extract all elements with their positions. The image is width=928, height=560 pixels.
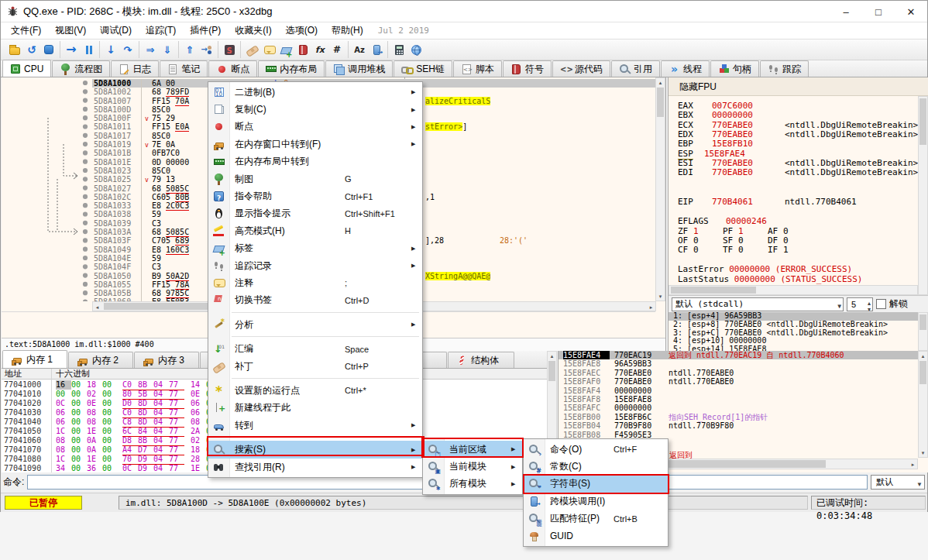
menubar-item[interactable]: 视图(V) bbox=[48, 22, 93, 39]
menu-item-当前区域[interactable]: □当前区域▶ bbox=[423, 441, 522, 458]
register-line[interactable]: ESI770EABE0<ntdll.DbgUiRemoteBreakin> bbox=[678, 158, 753, 168]
phone-button[interactable] bbox=[368, 41, 385, 58]
menu-item-查找引用(R)[interactable]: 查找引用(R)▶ bbox=[208, 459, 422, 476]
tags-button[interactable] bbox=[277, 41, 294, 58]
menu-item-制图[interactable]: 制图G bbox=[208, 170, 422, 187]
dump-tab-结构体[interactable]: 结构体 bbox=[448, 352, 514, 368]
folder-button[interactable] bbox=[6, 41, 23, 58]
close-button[interactable]: ✕ bbox=[895, 1, 927, 22]
register-line[interactable]: ECX770EABE0<ntdll.DbgUiRemoteBreakin> bbox=[678, 120, 753, 130]
registers-pane[interactable]: 隐藏FPU EAX007C6000EBX00000000ECX770EABE0<… bbox=[668, 77, 928, 351]
pause-button[interactable] bbox=[80, 41, 97, 58]
stack-row[interactable]: 15E8FB0015E8FB6C指向SEH_Record[1]的指针 bbox=[559, 413, 928, 421]
step-down-button[interactable] bbox=[159, 41, 176, 58]
menu-item-复制(C)[interactable]: 复制(C)▶ bbox=[208, 101, 422, 118]
calling-convention-select[interactable]: 默认 (stdcall)▼ bbox=[672, 297, 844, 311]
register-line[interactable]: EAX007C6000 bbox=[678, 101, 753, 111]
tab-线程[interactable]: 线程 bbox=[661, 60, 710, 77]
registers-hscrollbar[interactable] bbox=[669, 285, 918, 295]
tab-引用[interactable]: 引用 bbox=[611, 60, 660, 77]
menubar-item[interactable]: 选项(O) bbox=[279, 22, 325, 39]
menu-item-搜索(S)[interactable]: 搜索(S)▶ bbox=[208, 441, 422, 458]
register-line[interactable]: ZF 1PF 1AF 0 bbox=[678, 226, 813, 236]
fx-button[interactable] bbox=[311, 41, 328, 58]
menu-item-跨模块调用(I)[interactable]: 跨模块调用(I) bbox=[524, 493, 668, 510]
menu-item-切换书签[interactable]: 切换书签Ctrl+D bbox=[208, 292, 422, 309]
tab-调用堆栈[interactable]: 调用堆栈 bbox=[325, 60, 393, 77]
register-line[interactable]: LastError 00000000 (ERROR_SUCCESS) bbox=[678, 264, 852, 274]
menu-item-匹配特征(P)[interactable]: ▒匹配特征(P)Ctrl+B bbox=[524, 510, 668, 527]
register-line[interactable]: CF 0TF 0IF 1 bbox=[678, 245, 813, 255]
book-red-button[interactable] bbox=[294, 41, 311, 58]
menu-item-分析[interactable]: 分析▶ bbox=[208, 316, 422, 333]
menubar-item[interactable]: 帮助(H) bbox=[325, 22, 370, 39]
register-line[interactable]: EFLAGS00000246 bbox=[678, 216, 767, 226]
attach-button[interactable] bbox=[198, 41, 215, 58]
step-up-button[interactable] bbox=[181, 41, 198, 58]
tab-句柄[interactable]: 句柄 bbox=[710, 60, 759, 77]
tab-CPU[interactable]: CPU bbox=[2, 60, 51, 77]
menu-item-补丁[interactable]: 补丁Ctrl+P bbox=[208, 358, 422, 375]
register-line[interactable]: EIP770B4061ntdll.770B4061 bbox=[678, 197, 753, 207]
unlock-checkbox[interactable] bbox=[876, 299, 886, 309]
tab-流程图[interactable]: 流程图 bbox=[52, 60, 110, 77]
minimize-button[interactable]: – bbox=[830, 1, 862, 22]
register-line[interactable]: EDX770EABE0<ntdll.DbgUiRemoteBreakin> bbox=[678, 129, 753, 139]
menu-item-常数(C)[interactable]: #常数(C) bbox=[524, 458, 668, 475]
menubar-item[interactable]: 插件(P) bbox=[183, 22, 228, 39]
menu-item-汇编[interactable]: 汇编Space bbox=[208, 340, 422, 357]
calc-button[interactable] bbox=[390, 41, 407, 58]
tab-跟踪[interactable]: 跟踪 bbox=[760, 60, 809, 77]
menu-item-追踪记录[interactable]: 追踪记录▶ bbox=[208, 257, 422, 274]
dump-tab-内存 2[interactable]: 内存 2 bbox=[68, 352, 133, 368]
arguments-vscrollbar[interactable] bbox=[918, 312, 928, 351]
dump-tab-内存 1[interactable]: 内存 1 bbox=[2, 350, 67, 368]
menu-item-字符串(S)[interactable]: ❞字符串(S) bbox=[524, 476, 668, 493]
menu-item-GUID[interactable]: GUID bbox=[524, 527, 668, 545]
register-line[interactable]: EBP15E8FB10 bbox=[678, 139, 753, 149]
patch-button[interactable] bbox=[243, 41, 260, 58]
stack-row[interactable]: 15E8FB04770B9F80ntdll.770B9F80 bbox=[559, 421, 928, 430]
script-s-button[interactable] bbox=[221, 41, 238, 58]
hash-button[interactable] bbox=[328, 41, 345, 58]
step-over-button[interactable] bbox=[119, 41, 136, 58]
menu-item-高亮模式(H)[interactable]: 高亮模式(H)H bbox=[208, 222, 422, 239]
command-profile-select[interactable]: 默认▼ bbox=[871, 475, 925, 490]
register-line[interactable]: OF 0SF 0DF 0 bbox=[678, 235, 813, 246]
menu-item-显示指令提示[interactable]: 显示指令提示Ctrl+Shift+F1 bbox=[208, 205, 422, 222]
stack-row[interactable]: 15E8FAFC00000000 bbox=[559, 404, 928, 412]
register-line[interactable]: EDI770EABE0<ntdll.DbgUiRemoteBreakin> bbox=[678, 167, 753, 177]
restart-button[interactable] bbox=[23, 41, 40, 58]
menu-item-当前模块[interactable]: ▣当前模块▶ bbox=[423, 458, 522, 475]
stack-vscrollbar[interactable]: ▴▾ bbox=[918, 351, 928, 458]
menubar-item[interactable]: 收藏夹(I) bbox=[228, 22, 278, 39]
stop-button[interactable] bbox=[40, 41, 57, 58]
menubar-item[interactable]: 追踪(T) bbox=[139, 22, 183, 39]
az-button[interactable] bbox=[351, 41, 368, 58]
maximize-button[interactable]: □ bbox=[862, 1, 895, 22]
tab-内存布局[interactable]: 内存布局 bbox=[258, 60, 325, 77]
tab-脚本[interactable]: 脚本 bbox=[453, 60, 502, 77]
disasm-vscrollbar[interactable]: ▴▾ bbox=[655, 77, 665, 301]
stack-row[interactable]: 15E8FAF400000000 bbox=[559, 387, 928, 395]
menu-item-断点[interactable]: 断点▶ bbox=[208, 119, 422, 136]
stack-row[interactable]: 15E8FAF0770EABE0ntdll.770EABE0 bbox=[559, 377, 928, 386]
argument-row[interactable]: 2: [esp+8] 770EABE0 <ntdll.DbgUiRemoteBr… bbox=[669, 321, 928, 329]
menu-item-在内存布局中转到[interactable]: 在内存布局中转到 bbox=[208, 153, 422, 170]
menu-item-设置新的运行点[interactable]: 设置新的运行点Ctrl+* bbox=[208, 382, 422, 399]
stack-row[interactable]: 15E8FAF815E8FAE8 bbox=[559, 395, 928, 404]
menubar-item[interactable]: 调试(D) bbox=[93, 22, 139, 39]
tab-符号[interactable]: 符号 bbox=[503, 60, 552, 77]
comment-button[interactable] bbox=[260, 41, 277, 58]
step-into-button[interactable] bbox=[102, 41, 119, 58]
stack-row[interactable]: 15E8FAE896A59BB3 bbox=[559, 359, 928, 368]
tab-日志[interactable]: 日志 bbox=[111, 60, 159, 77]
menu-item-转到[interactable]: 转到▶ bbox=[208, 417, 422, 434]
menu-item-命令(O)[interactable]: ›命令(O)Ctrl+F bbox=[524, 441, 668, 458]
tab-SEH链[interactable]: SEH链 bbox=[394, 60, 452, 77]
menu-item-所有模块[interactable]: ∗所有模块▶ bbox=[423, 476, 522, 493]
register-line[interactable]: LastStatus 00000000 (STATUS_SUCCESS) bbox=[678, 274, 862, 284]
stack-row[interactable]: 15E8FAEC770EABE0ntdll.770EABE0 bbox=[559, 369, 928, 377]
hide-fpu-button[interactable]: 隐藏FPU bbox=[669, 77, 928, 96]
tab-源代码[interactable]: 源代码 bbox=[552, 60, 610, 77]
